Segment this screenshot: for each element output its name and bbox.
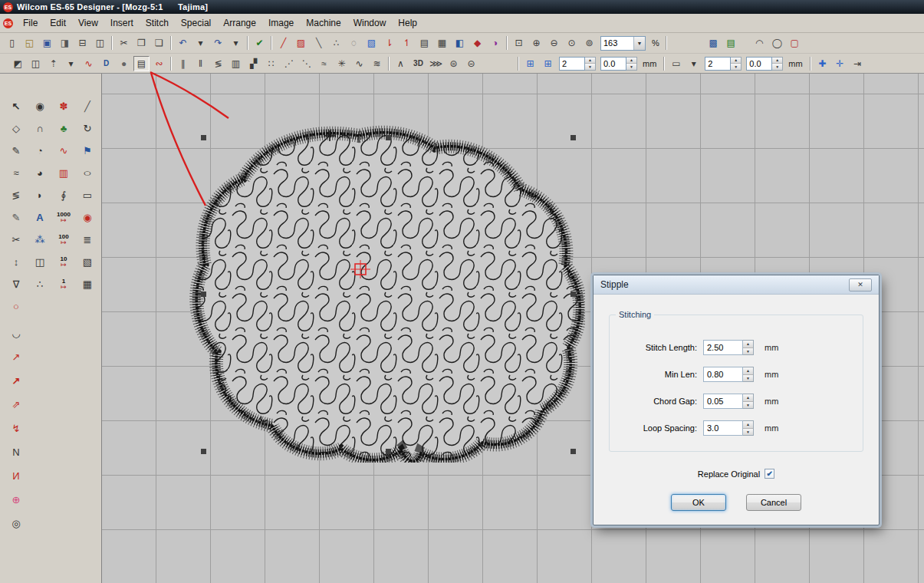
menu-insert[interactable]: Insert	[104, 15, 140, 31]
flexi-split-icon[interactable]: ⋰	[281, 56, 297, 71]
spinner-down-icon[interactable]	[743, 428, 753, 436]
ruler-offset-field[interactable]	[746, 57, 783, 71]
stipple-fill-icon[interactable]: ▤	[133, 56, 150, 71]
edge-walk-icon[interactable]: ‖	[192, 56, 209, 71]
motif-run-tool[interactable]: ∴	[28, 276, 51, 292]
spinner-down-icon[interactable]	[626, 63, 636, 70]
spinner-up-icon[interactable]	[585, 58, 595, 64]
spinner-up-icon[interactable]	[743, 394, 753, 401]
motif-fill-icon[interactable]: ∴	[328, 35, 344, 51]
spinner-up-icon[interactable]	[743, 367, 753, 374]
selection-handle[interactable]	[386, 135, 391, 140]
menu-special[interactable]: Special	[175, 15, 217, 31]
mixed-colors-icon[interactable]: ◑	[487, 35, 503, 51]
lettering-tool[interactable]: A	[28, 209, 51, 226]
pattern-fill-tool[interactable]: ▦	[76, 276, 99, 292]
travel-by-icon[interactable]: ⇥	[850, 56, 866, 71]
closed-object-icon[interactable]: ◯	[769, 35, 785, 51]
zoom-combobox[interactable]	[600, 36, 646, 51]
dot-stitch-icon[interactable]: ●	[116, 56, 132, 71]
globe-fill-tool[interactable]: ◔	[28, 143, 51, 159]
replace-original-checkbox[interactable]: ✔	[765, 469, 774, 479]
ruler-dropdown-icon[interactable]: ▾	[686, 56, 702, 71]
thread-colors-icon[interactable]: ◆	[469, 35, 485, 51]
redo-icon[interactable]: ↷	[210, 35, 226, 51]
view-dropdown-icon[interactable]: ▾	[63, 56, 79, 71]
document-window-icon[interactable]: ES	[3, 18, 13, 28]
user-split-icon[interactable]: ⋱	[298, 56, 314, 71]
stitch-100-tool[interactable]: 100↦	[52, 232, 75, 248]
closed-curve-icon[interactable]: ∾	[151, 56, 167, 71]
spinner-up-icon[interactable]	[772, 58, 782, 64]
flag-tool[interactable]: ⚑	[76, 143, 99, 159]
zoom-previous-icon[interactable]: ⊚	[581, 35, 597, 51]
pan-tool-icon[interactable]: ✚	[814, 56, 830, 71]
knife-tool[interactable]: ✎	[5, 209, 28, 226]
team-names-tool[interactable]: ⁂	[28, 232, 51, 248]
ruler-spacing-field[interactable]	[705, 57, 742, 71]
scissors-tool[interactable]: ✂	[5, 232, 28, 248]
zigzag-run-tool[interactable]: ↯	[12, 420, 21, 436]
sequin-tool[interactable]: ◉	[76, 209, 99, 226]
stitch-1000-tool[interactable]: 1000↦	[52, 209, 75, 226]
paste-icon[interactable]: ❏	[151, 35, 167, 51]
spinner-up-icon[interactable]	[743, 421, 753, 428]
print-preview-icon[interactable]: ◫	[92, 35, 108, 51]
menu-edit[interactable]: Edit	[44, 15, 72, 31]
needle-out-icon[interactable]: ↿	[399, 35, 415, 51]
satin-stitch-icon[interactable]: ▨	[293, 35, 309, 51]
selection-handle[interactable]	[571, 135, 576, 140]
open-object-icon[interactable]: ◠	[751, 35, 768, 51]
menu-file[interactable]: File	[17, 15, 44, 31]
zoom-dropdown-icon[interactable]	[633, 37, 645, 50]
ruler-spacing-input[interactable]	[705, 57, 731, 71]
wave-stitch-tool[interactable]: ≈	[5, 165, 28, 181]
zigzag-tool[interactable]: ≶	[5, 187, 28, 203]
ruler-icon[interactable]: ▭	[668, 56, 684, 71]
chord-gap-input[interactable]	[703, 394, 743, 409]
spinner-up-icon[interactable]	[626, 58, 636, 64]
stitch-angle-tool[interactable]: ↗	[12, 349, 21, 365]
selection-handle[interactable]	[201, 135, 206, 140]
ruler-offset-input[interactable]	[746, 57, 772, 71]
n-reshape-tool[interactable]: N	[12, 444, 19, 460]
grid-show-icon[interactable]: ⊞	[540, 56, 556, 71]
zoom-box-icon[interactable]: ⊡	[511, 35, 527, 51]
open-design-icon[interactable]: ◱	[21, 35, 38, 51]
copy-icon[interactable]: ❐	[133, 35, 150, 51]
design-properties-icon[interactable]: ▤	[723, 35, 739, 51]
menu-arrange[interactable]: Arrange	[217, 15, 262, 31]
designer-mode-icon[interactable]: D	[98, 56, 114, 71]
contour-stitch-icon[interactable]: ◌	[346, 35, 362, 51]
selection-handle[interactable]	[201, 449, 206, 454]
overlap-shape-tool[interactable]: ◡	[12, 325, 20, 341]
wave-effect-icon[interactable]: ∿	[81, 56, 97, 71]
print-icon[interactable]: ⊟	[74, 35, 90, 51]
zigzag-underlay-icon[interactable]: ∥	[175, 56, 191, 71]
cancel-button[interactable]: Cancel	[746, 494, 801, 511]
show-stitches-icon[interactable]: ◫	[28, 56, 44, 71]
tatami-offset-icon[interactable]: ▥	[228, 56, 244, 71]
spinner-up-icon[interactable]	[731, 58, 741, 64]
spinner-down-icon[interactable]	[731, 63, 741, 70]
menu-view[interactable]: View	[72, 15, 104, 31]
spinner-down-icon[interactable]	[743, 347, 753, 355]
undo-icon[interactable]: ↶	[175, 35, 191, 51]
threed-warp-icon[interactable]: 3D	[410, 56, 426, 71]
show-needle-points-icon[interactable]: ⇡	[45, 56, 61, 71]
stitch-grid-icon[interactable]: ▦	[434, 35, 450, 51]
zoom-out-icon[interactable]: ⊖	[546, 35, 562, 51]
reshape-object-icon[interactable]: ◩	[10, 56, 26, 71]
selection-handle[interactable]	[201, 292, 206, 297]
pattern-stamp-tool[interactable]: ▧	[76, 254, 99, 270]
generate-stitches-icon[interactable]: ✔	[252, 35, 268, 51]
ring-tool[interactable]: ○	[5, 298, 28, 315]
tree-motif-tool[interactable]: ♣	[52, 120, 75, 137]
needle-in-icon[interactable]: ⇂	[381, 35, 397, 51]
undo-dropdown-icon[interactable]: ▾	[192, 35, 209, 51]
double-zigzag-icon[interactable]: ≶	[210, 56, 226, 71]
hand-stitch-icon[interactable]: ⋙	[428, 56, 444, 71]
grid-snap-icon[interactable]: ⊞	[522, 56, 538, 71]
zoom-input[interactable]	[601, 38, 633, 48]
ok-button[interactable]: OK	[671, 494, 726, 511]
